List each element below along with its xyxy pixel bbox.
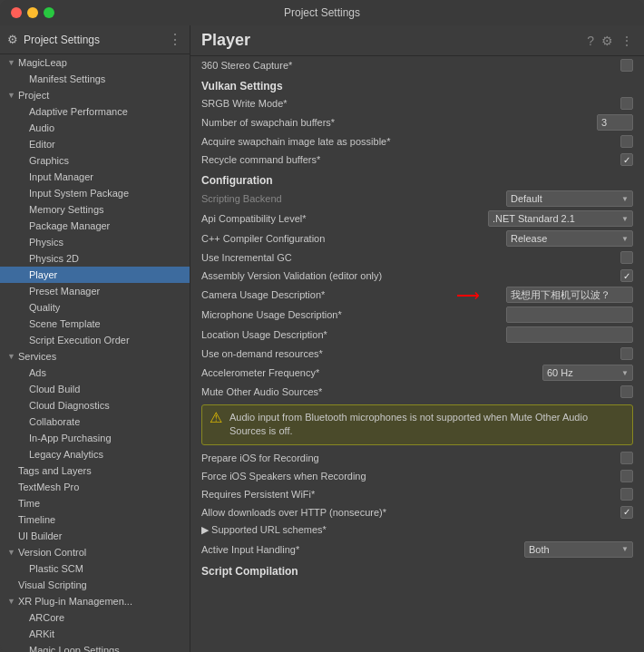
- sidebar-item-ads[interactable]: Ads: [0, 365, 190, 381]
- checkbox-allow-http[interactable]: [620, 506, 633, 519]
- close-button[interactable]: [11, 7, 22, 18]
- help-icon[interactable]: ?: [587, 34, 594, 48]
- sidebar-item-manifest-settings[interactable]: Manifest Settings: [0, 71, 190, 87]
- sidebar-label-time: Time: [18, 498, 186, 509]
- sidebar-label-arcore: ARCore: [29, 612, 186, 623]
- sidebar-item-physics[interactable]: Physics: [0, 234, 190, 250]
- label-supported-url: ▶ Supported URL schemes*: [201, 524, 633, 536]
- sidebar-item-editor[interactable]: Editor: [0, 136, 190, 152]
- row-location-usage: Location Usage Description*: [190, 325, 644, 345]
- sidebar-item-version-control[interactable]: ▼Version Control: [0, 544, 190, 560]
- sidebar-item-collaborate[interactable]: Collaborate: [0, 414, 190, 430]
- sidebar-item-player[interactable]: Player: [0, 267, 190, 283]
- sidebar-label-textmesh-pro: TextMesh Pro: [18, 482, 186, 492]
- sidebar-item-magicleap[interactable]: ▼MagicLeap: [0, 54, 190, 71]
- sidebar-item-audio[interactable]: Audio: [0, 120, 190, 136]
- sidebar-item-adaptive-performance[interactable]: Adaptive Performance: [0, 103, 190, 120]
- checkbox-360-stereo[interactable]: [620, 59, 633, 72]
- sidebar-item-arcore[interactable]: ARCore: [0, 609, 190, 626]
- sidebar-item-in-app-purchasing[interactable]: In-App Purchasing: [0, 430, 190, 446]
- sidebar-item-preset-manager[interactable]: Preset Manager: [0, 283, 190, 299]
- row-scripting-backend: Scripting Backend Default: [190, 189, 644, 209]
- label-360-stereo: 360 Stereo Capture*: [201, 60, 620, 71]
- sidebar-item-input-manager[interactable]: Input Manager: [0, 169, 190, 185]
- window-title: Project Settings: [284, 6, 360, 19]
- checkbox-srgb[interactable]: [620, 97, 633, 110]
- label-force-speakers: Force iOS Speakers when Recording: [201, 471, 620, 482]
- tree-arrow-services: ▼: [7, 352, 18, 361]
- sidebar-item-timeline[interactable]: Timeline: [0, 511, 190, 528]
- checkbox-mute-audio[interactable]: [620, 385, 633, 398]
- tree-arrow-magicleap: ▼: [7, 58, 18, 67]
- sidebar-item-tags-and-layers[interactable]: Tags and Layers: [0, 462, 190, 479]
- sidebar-label-audio: Audio: [29, 122, 186, 133]
- row-prepare-ios: Prepare iOS for Recording: [190, 449, 644, 467]
- sidebar-label-timeline: Timeline: [18, 514, 186, 525]
- row-allow-http: Allow downloads over HTTP (nonsecure)*: [190, 503, 644, 521]
- more-icon[interactable]: ⋮: [620, 34, 633, 48]
- input-microphone-usage[interactable]: [506, 307, 633, 323]
- minimize-button[interactable]: [27, 7, 38, 18]
- row-microphone-usage: Microphone Usage Description*: [190, 305, 644, 325]
- sidebar-item-legacy-analytics[interactable]: Legacy Analytics: [0, 446, 190, 462]
- section-script-compilation: Script Compilation: [190, 560, 644, 579]
- sidebar-item-quality[interactable]: Quality: [0, 299, 190, 316]
- row-swapchain-buffers: Number of swapchain buffers* 3: [190, 112, 644, 132]
- maximize-button[interactable]: [44, 7, 54, 18]
- checkbox-incremental-gc[interactable]: [620, 251, 633, 264]
- checkbox-assembly-version[interactable]: [620, 269, 633, 282]
- sidebar-item-arkit[interactable]: ARKit: [0, 626, 190, 642]
- checkbox-recycle-buffers[interactable]: [620, 153, 633, 166]
- sidebar-item-plastic-scm[interactable]: Plastic SCM: [0, 560, 190, 577]
- checkbox-prepare-ios[interactable]: [620, 452, 633, 464]
- sidebar-item-project[interactable]: ▼Project: [0, 87, 190, 103]
- checkbox-persistent-wifi[interactable]: [620, 488, 633, 501]
- sidebar-label-scene-template: Scene Template: [29, 318, 186, 329]
- checkbox-acquire-swapchain[interactable]: [620, 135, 633, 148]
- right-header: Player ? ⚙ ⋮: [190, 25, 644, 56]
- sidebar-item-time[interactable]: Time: [0, 495, 190, 511]
- sidebar-item-cloud-diagnostics[interactable]: Cloud Diagnostics: [0, 397, 190, 414]
- input-camera-usage[interactable]: 我想用下相机可以波？: [506, 287, 633, 303]
- input-swapchain-buffers[interactable]: 3: [597, 114, 633, 131]
- left-panel-menu-button[interactable]: ⋮: [168, 31, 182, 48]
- settings-icon[interactable]: ⚙: [601, 34, 613, 48]
- sidebar-label-version-control: Version Control: [18, 547, 186, 558]
- right-content: 360 Stereo Capture* Vulkan Settings SRGB…: [190, 56, 644, 652]
- dropdown-cpp-compiler[interactable]: Release: [506, 230, 633, 247]
- sidebar-item-memory-settings[interactable]: Memory Settings: [0, 201, 190, 218]
- sidebar-item-scene-template[interactable]: Scene Template: [0, 316, 190, 332]
- row-active-input: Active Input Handling* Both: [190, 540, 644, 560]
- row-recycle-buffers: Recycle command buffers*: [190, 151, 644, 169]
- sidebar-label-player: Player: [29, 269, 186, 280]
- sidebar-label-magic-loop-settings: Magic Loop Settings: [29, 645, 186, 652]
- sidebar-item-xr-plugin-management[interactable]: ▼XR Plug-in Managemen...: [0, 593, 190, 609]
- label-api-compat: Api Compatibility Level*: [201, 213, 488, 224]
- dropdown-api-compat[interactable]: .NET Standard 2.1: [488, 210, 633, 227]
- dropdown-scripting-backend[interactable]: Default: [506, 190, 633, 207]
- dropdown-accelerometer[interactable]: 60 Hz: [542, 365, 633, 381]
- row-acquire-swapchain: Acquire swapchain image late as possible…: [190, 132, 644, 151]
- row-assembly-version: Assembly Version Validation (editor only…: [190, 267, 644, 285]
- sidebar-item-script-execution-order[interactable]: Script Execution Order: [0, 332, 190, 348]
- checkbox-force-speakers[interactable]: [620, 470, 633, 482]
- sidebar-item-services[interactable]: ▼Services: [0, 348, 190, 365]
- tree-arrow-project: ▼: [7, 91, 18, 100]
- sidebar-item-graphics[interactable]: Graphics: [0, 152, 190, 169]
- sidebar-label-physics2d: Physics 2D: [29, 253, 186, 264]
- sidebar-label-manifest-settings: Manifest Settings: [29, 73, 186, 84]
- checkbox-on-demand[interactable]: [620, 347, 633, 360]
- sidebar-item-magic-loop-settings[interactable]: Magic Loop Settings: [0, 642, 190, 652]
- sidebar-item-input-system-package[interactable]: Input System Package: [0, 185, 190, 201]
- sidebar-item-cloud-build[interactable]: Cloud Build: [0, 381, 190, 397]
- sidebar-item-physics2d[interactable]: Physics 2D: [0, 250, 190, 267]
- row-supported-url[interactable]: ▶ Supported URL schemes*: [190, 521, 644, 540]
- sidebar-label-preset-manager: Preset Manager: [29, 286, 186, 297]
- sidebar-item-visual-scripting[interactable]: Visual Scripting: [0, 577, 190, 593]
- input-location-usage[interactable]: [506, 326, 633, 343]
- sidebar-item-ui-builder[interactable]: UI Builder: [0, 528, 190, 544]
- sidebar-item-textmesh-pro[interactable]: TextMesh Pro: [0, 479, 190, 495]
- sidebar-label-input-system-package: Input System Package: [29, 188, 186, 199]
- dropdown-active-input[interactable]: Both: [524, 541, 633, 558]
- sidebar-item-package-manager[interactable]: Package Manager: [0, 218, 190, 234]
